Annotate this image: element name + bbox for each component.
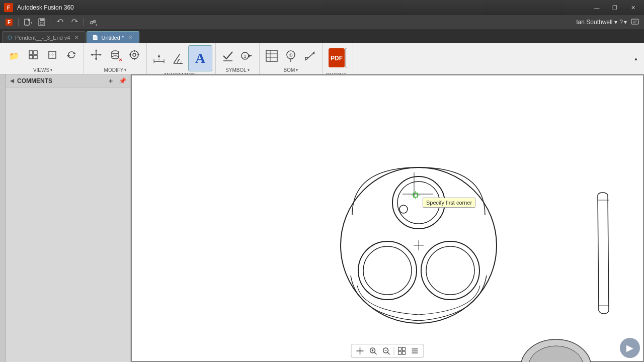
ribbon-tools-annotation: ∠ A [150,45,212,71]
sidebar-content [6,87,130,362]
svg-line-93 [375,352,377,354]
separator [394,347,394,355]
svg-point-68 [392,176,445,229]
text-annotation-button[interactable]: A [188,45,212,71]
new-button[interactable]: ▾ [22,17,34,28]
svg-point-35 [133,53,136,56]
undo-button[interactable] [54,17,66,28]
ribbon-tools-output: PDF [326,45,350,71]
ribbon-label-views[interactable]: VIEWS ▾ [33,67,52,73]
comments-button[interactable] [629,17,641,28]
main-area: ◀ COMMENTS + 📌 [0,74,644,362]
ribbon-label-bom[interactable]: BOM ▾ [284,67,298,73]
sidebar: ◀ COMMENTS + 📌 [6,74,131,362]
svg-rect-100 [403,347,406,350]
chevron-down-icon: ▾ [50,68,52,72]
ribbon-tools-symbol: 1 [219,45,256,66]
help-button[interactable]: ? ▾ [619,19,627,26]
sheet-tool-button[interactable] [24,47,42,64]
svg-point-70 [358,241,417,300]
tab-close-button[interactable]: ✕ [73,34,80,41]
tab-untitled[interactable]: 📄 Untitled * ✕ [87,31,139,43]
svg-marker-29 [100,54,102,56]
close-button[interactable]: ✕ [626,3,640,13]
move-tool-button[interactable] [87,47,105,64]
ribbon-label-symbol[interactable]: SYMBOL ▾ [225,67,250,73]
ribbon-tools-modify: ✕ [87,45,143,66]
dim-linear-button[interactable] [150,50,168,67]
titlebar: F Autodesk Fusion 360 — ❐ ✕ [0,0,644,15]
dim-angle-button[interactable]: ∠ [169,50,187,67]
rotate-icon [67,50,76,61]
tab-pendant[interactable]: ⬡ Pendent__-_3_End v4 ✕ [2,31,86,43]
open-tool-button[interactable]: 📁 [5,47,23,64]
snap-tool-button[interactable] [125,47,143,64]
menu-button[interactable] [410,345,421,356]
svg-rect-99 [398,347,401,350]
rotate-tool-button[interactable] [62,47,80,64]
sidebar-pin-button[interactable]: 📌 [119,77,126,84]
checkmark-symbol-button[interactable] [219,47,237,64]
zoom-in-button[interactable] [368,345,379,356]
ribbon-tools-bom: ① [263,45,319,66]
tab-close-button2[interactable]: ✕ [127,34,134,41]
sidebar-title: COMMENTS [17,77,52,84]
chevron-up-icon: ▲ [634,56,638,61]
tabs-bar: ⬡ Pendent__-_3_End v4 ✕ 📄 Untitled * ✕ [0,29,644,43]
border-icon [48,50,57,61]
tab-label: Pendent__-_3_End v4 [15,35,70,41]
svg-line-46 [174,54,180,63]
ribbon-group-annotation: ∠ A ANNOTATION ▾ [147,43,216,74]
link-button[interactable]: ▾ [87,17,99,28]
table-button[interactable] [263,47,281,64]
sidebar-add-button[interactable]: + [106,76,116,86]
app-menu-button[interactable]: F [3,17,15,28]
svg-rect-16 [34,51,37,54]
border-tool-button[interactable] [43,47,61,64]
symbol-circle1-button[interactable]: 1 [238,47,256,64]
svg-point-33 [112,56,119,59]
svg-point-30 [112,51,119,54]
balloon-button[interactable]: ① [282,47,300,64]
svg-text:▾: ▾ [31,21,32,25]
svg-rect-19 [49,51,56,58]
zoom-out-button[interactable] [381,345,392,356]
sidebar-header: ◀ COMMENTS + 📌 [6,74,130,87]
svg-text:∠: ∠ [180,61,182,64]
svg-marker-8 [75,20,78,22]
svg-text:①: ① [289,53,293,58]
svg-rect-12 [631,19,638,24]
leader-button[interactable] [301,47,319,64]
tab-file-icon2: 📄 [92,35,98,40]
ribbon-collapse-button[interactable]: ▲ [632,49,640,69]
drawing-canvas[interactable]: Specify first corner ▶ [131,74,644,362]
svg-rect-18 [34,55,37,59]
pdf-export-button[interactable]: PDF [326,45,350,71]
sidebar-collapse-icon[interactable]: ◀ [10,78,14,83]
svg-rect-102 [403,351,406,354]
minimize-button[interactable]: — [590,3,604,13]
remove-icon: ✕ [119,58,122,62]
svg-line-97 [388,352,390,354]
cylinder-tool-button[interactable]: ✕ [106,47,124,64]
ribbon-group-output: PDF OUTPUT ▾ [323,43,353,74]
ribbon-label-modify[interactable]: MODIFY ▾ [104,67,127,73]
tab-file-icon: ⬡ [8,35,12,40]
ribbon-group-bom: ① BOM ▾ [260,43,323,74]
display-settings-button[interactable] [396,345,408,356]
svg-point-74 [399,205,408,213]
save-button[interactable] [36,17,48,28]
user-info-button[interactable]: Ian Southwell ▾ [576,19,617,26]
restore-button[interactable]: ❐ [608,3,622,13]
redo-button[interactable] [68,17,80,28]
svg-point-72 [421,241,479,300]
zoom-fit-button[interactable] [355,345,366,356]
navigation-arrow-button[interactable]: ▶ [620,338,640,358]
folder-icon: 📁 [9,51,19,61]
left-panel-strip [0,74,6,362]
snap-icon [129,49,140,62]
ribbon-group-symbol: 1 SYMBOL ▾ [216,43,260,74]
svg-rect-6 [40,22,43,25]
bottom-view-partial [518,322,594,362]
quick-access-toolbar: F ▾ ▾ Ian Southwell ▾ ? ▾ [0,15,644,29]
